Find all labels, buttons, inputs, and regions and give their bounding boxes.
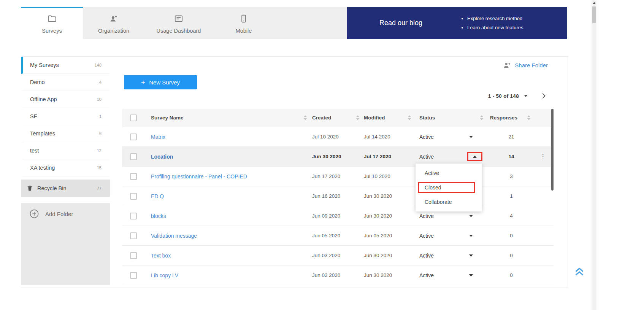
table-row[interactable]: Matrix Jul 10 2020 Jul 14 2020 Active 21… [122, 127, 554, 147]
status-label: Active [419, 272, 434, 278]
status-option[interactable]: Collaborate [416, 195, 482, 209]
table-row[interactable]: Profiling questionnaire - Panel - COPIED… [122, 167, 554, 186]
created-date: Jun 17 2020 [312, 173, 364, 179]
content-card: My Surveys 148 Demo 4 Offline App 10 SF … [21, 56, 568, 288]
add-folder-button[interactable]: Add Folder [21, 203, 110, 224]
caret-icon [469, 215, 473, 217]
tab-label: Organization [98, 28, 129, 34]
status-option[interactable]: Active [416, 166, 482, 180]
share-folder-label: Share Folder [515, 62, 548, 68]
row-checkbox[interactable] [130, 193, 137, 200]
scrollbar-up-arrow-icon[interactable] [593, 2, 596, 4]
row-checkbox[interactable] [130, 134, 137, 140]
row-menu-icon[interactable]: ⋮ [540, 153, 547, 160]
modified-date: Jul 10 2020 [364, 173, 416, 179]
people-icon [109, 14, 119, 24]
table-row[interactable]: Lib copy LV Jun 02 2020 Jun 30 2020 Acti… [122, 265, 554, 285]
status-label: Active [419, 253, 434, 259]
sidebar-folder-item[interactable]: Demo 4 [21, 74, 110, 91]
table-row[interactable]: Text box Jun 03 2020 Jun 30 2020 Active … [122, 246, 554, 265]
recycle-bin-count: 77 [97, 186, 102, 191]
row-checkbox[interactable] [130, 232, 137, 239]
tab-label: Surveys [42, 28, 62, 34]
folder-count: 15 [97, 165, 102, 170]
created-date: Jun 05 2020 [312, 233, 364, 238]
sort-icon[interactable] [480, 115, 483, 120]
sidebar-folder-item[interactable]: SF 1 [21, 108, 110, 125]
sidebar-folder-item[interactable]: XA testing 15 [21, 159, 110, 176]
sort-icon[interactable] [356, 115, 359, 120]
status-dropdown-toggle[interactable] [463, 271, 479, 280]
select-all-checkbox[interactable] [130, 114, 137, 121]
tab-mobile[interactable]: Mobile [213, 7, 274, 39]
sidebar-bottom-panel: Add Folder [21, 203, 110, 285]
survey-name-link[interactable]: Lib copy LV [151, 272, 178, 278]
table-row[interactable]: Validation message Jun 05 2020 Jun 05 20… [122, 226, 554, 246]
row-checkbox-cell [122, 134, 143, 140]
status-dropdown-menu: Active Closed Collaborate [416, 164, 482, 211]
blog-bullet: Explore research method [467, 16, 523, 21]
pagination-range[interactable]: 1 - 50 of 148 [488, 93, 519, 99]
survey-name-link[interactable]: ED Q [151, 193, 164, 199]
status-dropdown-toggle[interactable] [463, 251, 479, 260]
row-checkbox[interactable] [130, 153, 137, 160]
table-row[interactable]: Location Jun 30 2020 Jul 17 2020 Active … [122, 147, 554, 167]
page-scrollbar[interactable] [592, 0, 596, 310]
tab-surveys[interactable]: Surveys [21, 7, 83, 39]
header-label: Modified [364, 115, 385, 121]
trash-icon [27, 185, 33, 191]
scroll-to-top-button[interactable] [573, 265, 585, 277]
status-dropdown-toggle[interactable] [467, 152, 482, 161]
row-checkbox[interactable] [130, 173, 137, 180]
status-dropdown-toggle[interactable] [463, 211, 479, 221]
survey-name-link[interactable]: Validation message [151, 233, 197, 239]
status-cell: Active [416, 251, 490, 260]
survey-name-link[interactable]: Location [151, 154, 173, 160]
survey-name-link[interactable]: Matrix [151, 134, 165, 140]
folder-count: 148 [95, 63, 102, 67]
row-checkbox[interactable] [130, 272, 137, 279]
row-actions-cell: ⋮ [533, 271, 554, 279]
survey-name-link[interactable]: blocks [151, 213, 166, 219]
sort-icon[interactable] [408, 115, 411, 120]
row-checkbox[interactable] [130, 252, 137, 259]
table-scrollbar-thumb[interactable] [551, 109, 554, 191]
status-dropdown-toggle[interactable] [463, 132, 479, 141]
sidebar-folder-item[interactable]: Offline App 10 [21, 91, 110, 108]
created-date: Jun 09 2020 [312, 213, 364, 219]
status-dropdown-toggle[interactable] [463, 231, 479, 240]
modified-date: Jun 05 2020 [364, 233, 416, 238]
caret-icon [469, 136, 473, 138]
survey-name-link[interactable]: Text box [151, 253, 171, 259]
table-row[interactable]: blocks Jun 09 2020 Jun 30 2020 Active 4 … [122, 206, 554, 226]
survey-name-link[interactable]: Profiling questionnaire - Panel - COPIED [151, 173, 247, 180]
folder-label: XA testing [30, 165, 55, 171]
row-actions-cell: ⋮ [533, 232, 554, 240]
row-actions-cell: ⋮ [533, 172, 554, 180]
pagination-caret-icon[interactable] [524, 95, 528, 97]
modified-date: Jun 30 2020 [364, 253, 416, 258]
table-row[interactable]: ED Q Jun 16 2020 Jun 30 2020 1 ⋮ [122, 186, 554, 206]
scrollbar-thumb[interactable] [592, 6, 596, 23]
modified-date: Jul 14 2020 [364, 134, 416, 140]
share-folder-button[interactable]: Share Folder [503, 61, 548, 69]
sort-icon[interactable] [527, 115, 530, 120]
row-actions-cell: ⋮ [533, 212, 554, 220]
modified-date: Jul 17 2020 [364, 154, 416, 159]
sidebar-folder-item[interactable]: My Surveys 148 [21, 57, 110, 74]
tab-organization[interactable]: Organization [83, 7, 144, 39]
sidebar-folder-item[interactable]: Templates 6 [21, 125, 110, 142]
next-page-button[interactable] [539, 92, 548, 100]
created-date: Jun 30 2020 [312, 154, 364, 159]
blog-banner[interactable]: Read our blog Explore research method Le… [347, 7, 567, 39]
blog-banner-bullets: Explore research method Learn about new … [460, 16, 523, 30]
status-option[interactable]: Closed [418, 182, 475, 193]
tab-usage-dashboard[interactable]: Usage Dashboard [144, 7, 213, 39]
sidebar-folder-item[interactable]: test 12 [21, 142, 110, 159]
sort-icon[interactable] [304, 115, 307, 120]
row-checkbox[interactable] [130, 213, 137, 219]
survey-name-cell: ED Q [143, 193, 312, 199]
sidebar-item-recycle-bin[interactable]: Recycle Bin 77 [21, 180, 110, 197]
folder-label: My Surveys [30, 62, 59, 68]
new-survey-button[interactable]: + New Survey [124, 75, 197, 89]
